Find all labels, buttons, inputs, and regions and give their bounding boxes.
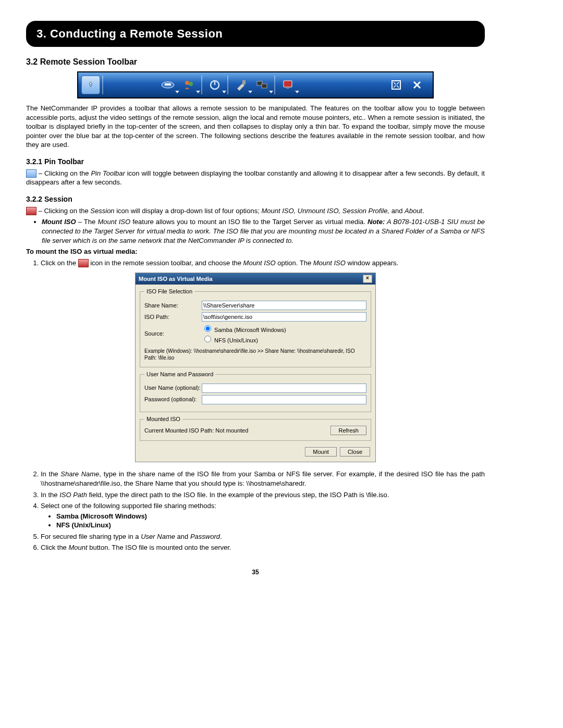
share-name-label: Share Name: <box>144 302 202 310</box>
iso-path-input[interactable] <box>202 312 366 322</box>
close-icon <box>410 78 424 92</box>
dialog-title-text: Mount ISO as Virtual Media <box>139 275 213 283</box>
list-item: NFS (Unix/Linux) <box>56 521 485 530</box>
session-text: – Clicking on the Session icon will disp… <box>26 206 485 216</box>
pin-icon <box>81 76 100 94</box>
device-icon <box>254 78 269 92</box>
user-icon <box>181 78 196 92</box>
step-5: For secured file sharing type in a User … <box>41 532 485 541</box>
session-inline-icon <box>26 207 36 215</box>
svg-rect-11 <box>392 81 400 89</box>
screen-icon <box>280 78 295 92</box>
username-input[interactable] <box>202 384 366 393</box>
mounted-iso-group: Mounted ISO Current Mounted ISO Path: No… <box>140 415 371 441</box>
fieldset-legend: ISO File Selection <box>144 288 194 295</box>
username-label: User Name (optional): <box>144 384 202 392</box>
dialog-titlebar: Mount ISO as Virtual Media × <box>136 273 375 285</box>
session-icon <box>161 78 175 92</box>
source-samba-radio[interactable] <box>204 325 211 332</box>
mount-button[interactable]: Mount <box>305 447 337 456</box>
svg-rect-10 <box>286 87 289 89</box>
svg-rect-6 <box>242 80 246 84</box>
iso-file-selection-group: ISO File Selection Share Name: ISO Path:… <box>140 288 371 367</box>
step-6: Click the Mount button. The ISO file is … <box>41 543 485 552</box>
share-name-input[interactable] <box>202 301 366 310</box>
mounted-status-text: Current Mounted ISO Path: Not mounted <box>144 427 248 435</box>
pin-text: – Clicking on the Pin Toolbar icon will … <box>26 169 485 187</box>
step4-sublist: Samba (Microsoft Windows) NFS (Unix/Linu… <box>41 512 485 530</box>
pin-inline-icon <box>26 169 36 178</box>
steps-list: Click on the icon in the remote session … <box>26 258 485 268</box>
example-text: Example (Windows): \\hostname\sharedir\f… <box>144 348 366 362</box>
section-heading: 3.2 Remote Session Toolbar <box>26 56 485 68</box>
session-inline-icon-2 <box>78 259 89 267</box>
svg-rect-1 <box>165 83 171 85</box>
source-nfs-radio[interactable] <box>204 336 211 342</box>
step-1: Click on the icon in the remote session … <box>41 258 485 268</box>
power-icon <box>207 78 222 92</box>
step-3: In the ISO Path field, type the direct p… <box>41 490 485 500</box>
fieldset-legend: User Name and Password <box>144 371 215 378</box>
svg-point-2 <box>185 81 189 85</box>
password-label: Password (optional): <box>144 396 202 403</box>
source-label: Source: <box>144 330 202 338</box>
svg-point-3 <box>189 82 193 86</box>
page-number: 35 <box>26 568 485 576</box>
fieldset-legend: Mounted ISO <box>144 415 182 423</box>
steps-list-cont: In the Share Name, type in the share nam… <box>26 470 485 552</box>
chapter-header: 3. Conducting a Remote Session <box>26 21 485 47</box>
step-2: In the Share Name, type in the share nam… <box>41 470 485 488</box>
refresh-button[interactable]: Refresh <box>331 426 366 435</box>
iso-path-label: ISO Path: <box>144 313 202 321</box>
mount-heading: To mount the ISO as virtual media: <box>26 247 485 256</box>
step-4: Select one of the following supported fi… <box>41 501 485 530</box>
fullscreen-icon <box>389 78 403 92</box>
svg-rect-8 <box>262 84 267 88</box>
intro-paragraph: The NetCommander IP provides a toolbar t… <box>26 104 485 150</box>
mount-iso-bullet: Mount ISO – The Mount ISO feature allows… <box>26 217 485 245</box>
toolbar-screenshot <box>26 71 485 98</box>
tool-icon <box>234 78 248 92</box>
dialog-close-button[interactable]: × <box>363 275 372 283</box>
subsection-pin: 3.2.1 Pin Toolbar <box>26 157 485 167</box>
password-input[interactable] <box>202 395 366 404</box>
close-button[interactable]: Close <box>340 447 370 456</box>
mount-iso-dialog: Mount ISO as Virtual Media × ISO File Se… <box>26 273 485 462</box>
list-item: Samba (Microsoft Windows) <box>56 512 485 521</box>
svg-rect-9 <box>284 81 292 87</box>
subsection-session: 3.2.2 Session <box>26 194 485 204</box>
credentials-group: User Name and Password User Name (option… <box>140 371 371 412</box>
